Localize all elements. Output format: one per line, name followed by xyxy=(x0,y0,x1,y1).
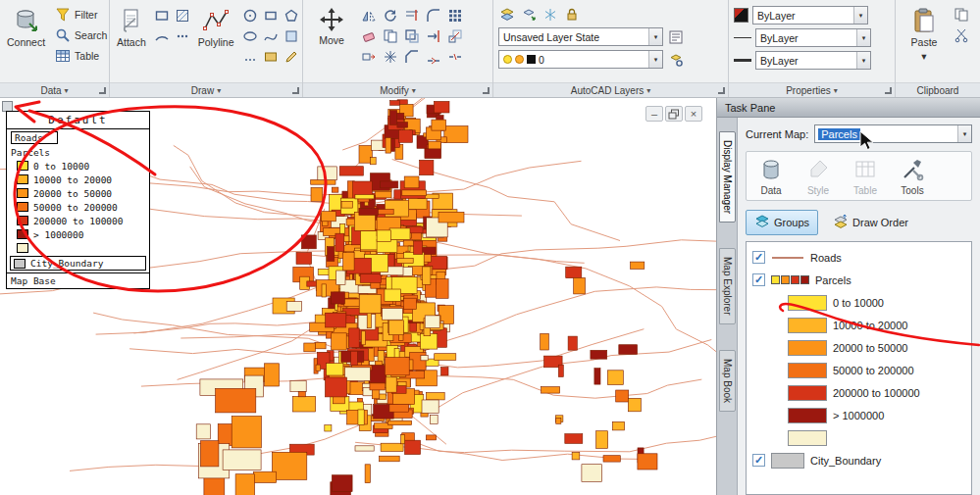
panel-launcher-icon[interactable] xyxy=(292,87,299,94)
tree-item-roads[interactable]: ✓ Roads xyxy=(752,246,971,269)
circle-tool-icon[interactable] xyxy=(241,7,259,25)
explode-icon[interactable] xyxy=(382,48,399,66)
layer-match-icon[interactable] xyxy=(520,6,538,24)
layer-state-combo[interactable]: Unsaved Layer State ▾ xyxy=(498,27,663,46)
panel-launcher-icon[interactable] xyxy=(99,87,106,94)
spline-tool-icon[interactable] xyxy=(262,27,280,45)
region-tool-icon[interactable] xyxy=(283,27,300,45)
task-pane-title[interactable]: Task Pane xyxy=(717,98,980,118)
restore-button[interactable] xyxy=(665,106,683,122)
layer-lock-icon[interactable] xyxy=(563,6,581,24)
polygon-tool-icon[interactable] xyxy=(283,7,300,25)
drawing-area[interactable]: – × Default Roads Parcels 0 to 10000 100… xyxy=(0,98,716,495)
chevron-down-icon[interactable]: ▾ xyxy=(648,28,662,45)
current-layer-combo[interactable]: 0 ▾ xyxy=(498,50,663,69)
taskpane-tool-table[interactable]: Table xyxy=(847,158,884,196)
pencil-tool-icon[interactable] xyxy=(283,48,300,66)
tree-legend-entry[interactable]: 0 to 10000 xyxy=(752,291,971,314)
rotate-icon[interactable] xyxy=(382,7,399,25)
close-button[interactable]: × xyxy=(685,106,702,122)
tree-item-city-boundary[interactable]: ✓ City_Boundary xyxy=(752,449,971,471)
copy-clip-icon[interactable] xyxy=(953,6,970,24)
panel-label-clipboard[interactable]: Clipboard xyxy=(896,82,980,97)
color-combo[interactable]: ByLayer ▾ xyxy=(752,6,868,25)
gradient-tool-icon[interactable] xyxy=(262,48,280,66)
panel-label-data[interactable]: Data▾ xyxy=(0,82,109,97)
object-color-icon[interactable] xyxy=(734,8,748,23)
ellipse-tool-icon[interactable] xyxy=(241,27,259,45)
tab-map-explorer[interactable]: Map Explorer xyxy=(719,248,736,323)
connect-button[interactable]: Connect xyxy=(5,4,47,51)
polyline-button[interactable]: Polyline xyxy=(196,4,236,51)
move-button[interactable]: Move xyxy=(308,4,355,49)
mirror-icon[interactable] xyxy=(360,7,378,25)
panel-label-draw[interactable]: Draw▾ xyxy=(110,82,302,97)
search-button[interactable]: Search xyxy=(52,26,110,44)
chevron-down-icon[interactable]: ▾ xyxy=(856,52,870,69)
trim-icon[interactable] xyxy=(403,7,421,25)
layer-freeze-icon[interactable] xyxy=(542,6,559,24)
chevron-down-icon[interactable]: ▾ xyxy=(853,7,867,24)
scale-icon[interactable] xyxy=(446,27,464,45)
tab-display-manager[interactable]: Display Manager xyxy=(719,131,736,223)
taskpane-tool-data[interactable]: Data xyxy=(752,158,790,196)
erase-icon[interactable] xyxy=(360,27,378,45)
groups-button[interactable]: Groups xyxy=(746,210,818,235)
panel-label-properties[interactable]: Properties▾ xyxy=(729,82,895,97)
current-map-combo[interactable]: Parcels ▾ xyxy=(814,124,972,143)
panel-label-autocad-layers[interactable]: AutoCAD Layers▾ xyxy=(493,82,728,97)
roads-checkbox[interactable]: ✓ xyxy=(752,251,765,264)
panel-launcher-icon[interactable] xyxy=(483,87,490,94)
stretch-icon[interactable] xyxy=(360,48,378,66)
fillet-icon[interactable] xyxy=(425,7,442,25)
chevron-down-icon[interactable]: ▾ xyxy=(856,29,870,46)
break-icon[interactable] xyxy=(446,48,464,66)
tree-item-parcels[interactable]: ✓ Parcels xyxy=(752,269,971,291)
tree-legend-entry[interactable] xyxy=(752,426,971,449)
linetype-icon[interactable] xyxy=(734,37,751,38)
taskpane-tool-style[interactable]: Style xyxy=(799,158,837,196)
paste-button[interactable]: Paste ▾ xyxy=(901,4,948,65)
chevron-down-icon[interactable]: ▾ xyxy=(957,125,971,142)
tab-map-book[interactable]: Map Book xyxy=(719,350,736,412)
table-button[interactable]: Table xyxy=(52,47,110,65)
draw-order-button[interactable]: Draw Order xyxy=(824,210,917,235)
tree-legend-entry[interactable]: 200000 to 100000 xyxy=(752,381,971,404)
panel-label-modify[interactable]: Modify▾ xyxy=(303,82,492,97)
hatch-tool-icon[interactable] xyxy=(174,7,191,25)
attach-button[interactable]: Attach xyxy=(115,4,148,51)
rectangle2-tool-icon[interactable] xyxy=(262,7,280,25)
offset-icon[interactable] xyxy=(403,27,421,45)
lineweight-combo[interactable]: ByLayer ▾ xyxy=(755,51,871,70)
layer-properties-icon[interactable] xyxy=(498,6,516,24)
panel-launcher-icon[interactable] xyxy=(885,87,892,94)
tree-legend-entry[interactable]: 10000 to 20000 xyxy=(752,314,971,336)
city-boundary-checkbox[interactable]: ✓ xyxy=(752,454,765,467)
points-row-icon[interactable] xyxy=(241,48,259,66)
layer-states-manager-icon[interactable] xyxy=(667,28,685,46)
arc-tool-icon[interactable] xyxy=(153,27,171,45)
point-tool-icon[interactable] xyxy=(174,27,191,45)
tree-legend-entry[interactable]: 20000 to 50000 xyxy=(752,336,971,359)
chamfer-icon[interactable] xyxy=(403,48,421,66)
tree-legend-entry[interactable]: > 1000000 xyxy=(752,404,971,426)
array-icon[interactable] xyxy=(446,7,464,25)
rectangle-tool-icon[interactable] xyxy=(153,7,171,25)
filter-button[interactable]: Filter xyxy=(52,6,110,24)
layer-on-bulb-icon[interactable] xyxy=(503,55,512,64)
layer-isolate-icon[interactable] xyxy=(667,51,685,69)
layer-thaw-sun-icon[interactable] xyxy=(515,55,524,64)
minimize-button[interactable]: – xyxy=(645,106,663,122)
layer-color-swatch-icon[interactable] xyxy=(527,55,536,64)
parcels-checkbox[interactable]: ✓ xyxy=(752,273,765,286)
tree-legend-entry[interactable]: 50000 to 200000 xyxy=(752,359,971,381)
taskpane-tool-tools[interactable]: Tools xyxy=(894,158,931,196)
lineweight-icon[interactable] xyxy=(734,59,751,62)
panel-launcher-icon[interactable] xyxy=(718,87,725,94)
chevron-down-icon[interactable]: ▾ xyxy=(648,51,662,68)
cut-icon[interactable] xyxy=(953,26,970,44)
join-icon[interactable] xyxy=(425,48,442,66)
extend-icon[interactable] xyxy=(425,27,442,45)
copy-tool-icon[interactable] xyxy=(382,27,399,45)
linetype-combo[interactable]: ByLayer ▾ xyxy=(755,28,871,47)
